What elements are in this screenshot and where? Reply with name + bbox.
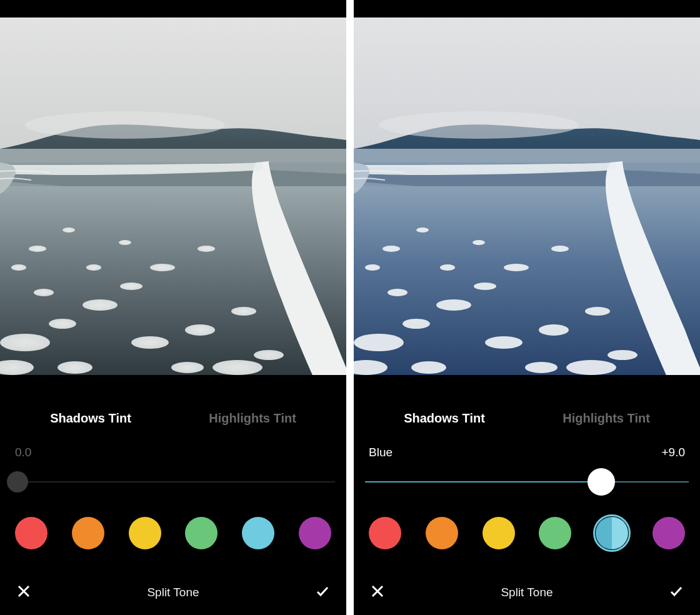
swatch-green[interactable] <box>539 517 571 549</box>
svg-point-41 <box>411 361 446 374</box>
close-icon <box>16 584 31 601</box>
svg-point-9 <box>120 282 142 290</box>
tab-highlights-tint[interactable]: Highlights Tint <box>562 411 650 426</box>
check-icon <box>315 584 330 601</box>
swatch-purple[interactable] <box>652 517 685 549</box>
cancel-button[interactable] <box>368 582 388 602</box>
controls-panel: Shadows Tint Highlights Tint Blue +9.0 <box>354 375 700 615</box>
svg-point-32 <box>388 289 408 296</box>
svg-point-15 <box>212 360 262 375</box>
photo-preview[interactable] <box>0 18 346 375</box>
screen-left: Shadows Tint Highlights Tint 0.0 <box>0 0 346 615</box>
svg-point-18 <box>119 240 131 245</box>
svg-point-19 <box>62 228 75 232</box>
status-bar <box>0 0 346 18</box>
slider-thumb[interactable] <box>588 468 615 496</box>
slider-thumb[interactable] <box>7 471 28 492</box>
bottom-bar: Split Tone <box>11 582 335 602</box>
svg-point-33 <box>474 282 496 290</box>
svg-point-34 <box>440 264 455 271</box>
intensity-slider[interactable] <box>365 468 689 496</box>
svg-point-38 <box>539 324 569 336</box>
svg-point-25 <box>379 111 579 139</box>
svg-point-1 <box>25 111 225 139</box>
swatch-orange[interactable] <box>72 517 104 549</box>
slider-value-row: 0.0 <box>11 446 335 459</box>
svg-point-45 <box>365 264 380 271</box>
screen-right: Shadows Tint Highlights Tint Blue +9.0 <box>354 0 700 615</box>
swatch-purple[interactable] <box>299 517 331 549</box>
tint-tabs: Shadows Tint Highlights Tint <box>365 411 689 426</box>
swatch-green[interactable] <box>185 517 218 549</box>
swatch-yellow[interactable] <box>129 517 161 549</box>
svg-point-37 <box>485 336 522 349</box>
slider-value-row: Blue +9.0 <box>365 446 689 459</box>
slider-value-label: +9.0 <box>661 446 685 459</box>
swatch-blue[interactable] <box>596 517 628 549</box>
intensity-slider[interactable] <box>11 468 335 496</box>
svg-point-31 <box>436 299 471 311</box>
close-icon <box>370 584 385 601</box>
slider-track <box>11 481 335 482</box>
svg-point-20 <box>29 246 46 252</box>
svg-point-42 <box>472 240 485 245</box>
tool-title: Split Tone <box>501 586 552 599</box>
swatch-blue[interactable] <box>242 517 274 549</box>
svg-point-30 <box>402 319 430 329</box>
svg-point-36 <box>551 246 569 252</box>
svg-point-11 <box>150 264 175 271</box>
svg-point-8 <box>34 289 54 296</box>
slider-track <box>365 481 689 482</box>
svg-point-40 <box>525 362 558 373</box>
svg-point-28 <box>354 334 404 351</box>
svg-point-43 <box>416 228 429 232</box>
tab-shadows-tint[interactable]: Shadows Tint <box>404 411 485 426</box>
svg-point-35 <box>504 264 529 271</box>
color-swatch-row <box>365 517 689 549</box>
swatch-yellow[interactable] <box>482 517 515 549</box>
check-icon <box>669 584 684 601</box>
swatch-orange[interactable] <box>426 517 458 549</box>
bottom-bar: Split Tone <box>365 582 689 602</box>
tint-tabs: Shadows Tint Highlights Tint <box>11 411 335 426</box>
color-swatch-row <box>11 517 335 549</box>
slider-value-label: 0.0 <box>15 446 31 459</box>
cancel-button[interactable] <box>14 582 34 602</box>
tab-highlights-tint[interactable]: Highlights Tint <box>209 411 296 426</box>
confirm-button[interactable] <box>312 582 332 602</box>
svg-point-7 <box>82 299 118 311</box>
svg-point-17 <box>58 361 92 374</box>
tool-title: Split Tone <box>147 586 199 599</box>
swatch-red[interactable] <box>369 517 401 549</box>
svg-point-12 <box>198 246 215 252</box>
svg-point-44 <box>382 246 400 252</box>
svg-point-4 <box>0 334 50 351</box>
status-bar <box>354 0 700 18</box>
svg-point-16 <box>171 362 204 373</box>
svg-point-13 <box>131 336 169 349</box>
tab-shadows-tint[interactable]: Shadows Tint <box>50 411 131 426</box>
svg-point-14 <box>185 324 215 336</box>
svg-point-39 <box>566 360 616 375</box>
slider-color-label: Blue <box>369 446 392 459</box>
svg-point-23 <box>254 350 284 360</box>
photo-preview[interactable] <box>354 18 700 375</box>
svg-point-47 <box>608 350 638 360</box>
swatch-red[interactable] <box>15 517 48 549</box>
svg-point-22 <box>231 307 256 316</box>
svg-point-46 <box>585 307 610 316</box>
svg-point-6 <box>49 319 76 329</box>
confirm-button[interactable] <box>666 582 686 602</box>
controls-panel: Shadows Tint Highlights Tint 0.0 <box>0 375 346 615</box>
svg-point-21 <box>11 264 26 271</box>
svg-point-10 <box>86 264 101 271</box>
